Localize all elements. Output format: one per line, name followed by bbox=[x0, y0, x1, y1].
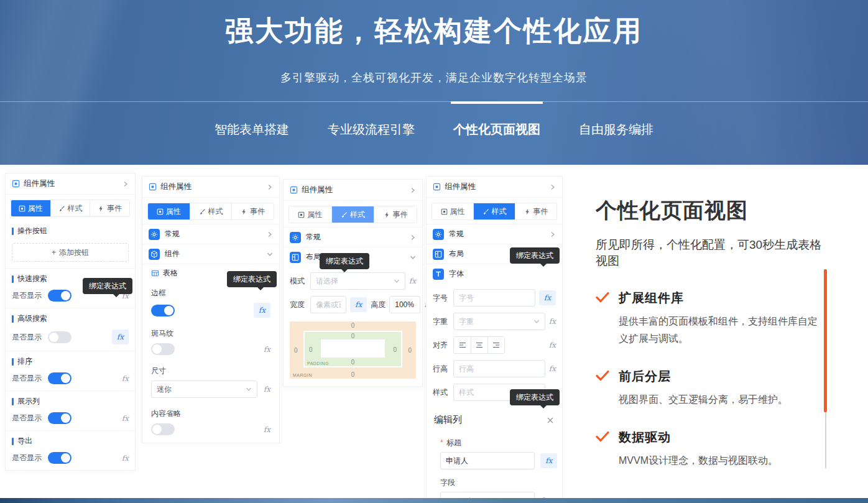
fx-button-active[interactable]: fx bbox=[540, 453, 557, 468]
toggle-off[interactable] bbox=[151, 423, 175, 435]
component-icon bbox=[433, 183, 441, 191]
feature-item: 数据驱动 MVVM设计理念，数据与视图联动。 bbox=[596, 429, 827, 469]
field-label-ellipsis: 内容省略 bbox=[142, 403, 279, 420]
fx-button[interactable]: fx bbox=[549, 317, 556, 326]
fx-button[interactable]: fx bbox=[122, 454, 129, 463]
toggle-on[interactable] bbox=[48, 372, 72, 384]
bind-expression-tooltip: 绑定表达式 bbox=[83, 278, 132, 294]
chevron-right-icon[interactable] bbox=[267, 184, 273, 190]
tab-event[interactable]: 事件 bbox=[90, 200, 129, 216]
fx-button-active[interactable]: fx bbox=[350, 297, 367, 312]
tab-event[interactable]: 事件 bbox=[515, 203, 556, 219]
fx-button-active[interactable]: fx bbox=[539, 290, 556, 305]
fx-button[interactable]: fx bbox=[264, 345, 270, 354]
edit-column-form: * 标题 fx 字段 fx bbox=[427, 431, 562, 503]
align-right-button[interactable] bbox=[487, 337, 504, 353]
group-general[interactable]: 常规 bbox=[142, 224, 279, 244]
fx-button[interactable]: fx bbox=[409, 277, 416, 285]
tab-page-view[interactable]: 个性化页面视图 bbox=[452, 116, 542, 143]
toggle-row: fx bbox=[142, 300, 279, 323]
chevron-right-icon[interactable] bbox=[550, 184, 556, 190]
font-size-input[interactable] bbox=[453, 289, 535, 307]
section-title: 高级搜索 bbox=[6, 308, 135, 326]
tab-style[interactable]: 样式 bbox=[50, 200, 90, 216]
close-icon[interactable] bbox=[546, 416, 555, 425]
gear-icon bbox=[433, 229, 444, 240]
fx-button-active[interactable]: fx bbox=[112, 330, 129, 344]
tab-properties[interactable]: 属性 bbox=[289, 206, 331, 223]
tab-event[interactable]: 事件 bbox=[231, 203, 274, 219]
bind-expression-tooltip: 绑定表达式 bbox=[227, 271, 277, 287]
tab-style[interactable]: 样式 bbox=[473, 203, 515, 219]
tab-style[interactable]: 样式 bbox=[331, 206, 374, 223]
property-panel-table: 组件属性 属性 样式 事件 常规 组件 bbox=[142, 176, 280, 443]
chevron-down-icon bbox=[410, 254, 416, 261]
properties-icon bbox=[157, 208, 164, 215]
chevron-right-icon[interactable] bbox=[122, 181, 129, 187]
tab-properties[interactable]: 属性 bbox=[11, 200, 50, 216]
tab-service-orchestration[interactable]: 自由服务编排 bbox=[578, 116, 655, 143]
page-subtitle: 多引擎驱动，全栈可视化开发，满足企业数字化转型全场景 bbox=[0, 70, 868, 85]
font-weight-select[interactable]: 字重 bbox=[453, 313, 545, 330]
align-center-button[interactable] bbox=[471, 337, 487, 353]
group-general[interactable]: 常规 bbox=[284, 227, 422, 247]
title-input[interactable] bbox=[440, 452, 535, 469]
chevron-down-icon bbox=[533, 318, 540, 325]
fx-button[interactable]: fx bbox=[122, 414, 129, 423]
tab-event[interactable]: 事件 bbox=[374, 206, 417, 223]
panel-title: 组件属性 bbox=[445, 182, 476, 192]
size-select[interactable]: 迷你 bbox=[151, 381, 257, 398]
align-button-group bbox=[453, 336, 505, 354]
page: 强大功能，轻松构建个性化应用 多引擎驱动，全栈可视化开发，满足企业数字化转型全场… bbox=[0, 0, 868, 503]
check-icon bbox=[596, 290, 609, 348]
table-icon bbox=[151, 269, 159, 277]
properties-icon bbox=[19, 205, 25, 212]
chevron-right-icon[interactable] bbox=[410, 187, 416, 193]
bind-expression-tooltip: 绑定表达式 bbox=[510, 389, 560, 405]
title-field-label: * 标题 bbox=[440, 432, 555, 452]
tab-style[interactable]: 样式 bbox=[190, 203, 232, 219]
fx-button[interactable]: fx bbox=[549, 364, 556, 373]
toggle-on[interactable] bbox=[48, 412, 72, 424]
chevron-right-icon bbox=[267, 231, 273, 238]
panel-tab-group: 属性 样式 事件 bbox=[147, 203, 274, 220]
toggle-row: 是否显示 fx bbox=[6, 369, 135, 390]
page-title: 强大功能，轻松构建个性化应用 bbox=[0, 0, 868, 50]
padding-label: PADDING bbox=[307, 361, 329, 366]
hero-banner: 强大功能，轻松构建个性化应用 多引擎驱动，全栈可视化开发，满足企业数字化转型全场… bbox=[0, 0, 868, 165]
add-button[interactable]: + 添加按钮 bbox=[12, 243, 129, 262]
toggle-off[interactable] bbox=[151, 343, 175, 355]
section-display-columns: 展示列 是否显示 fx bbox=[6, 390, 135, 430]
tab-smart-form[interactable]: 智能表单搭建 bbox=[213, 116, 290, 143]
toggle-off[interactable] bbox=[48, 331, 72, 343]
fx-button[interactable]: fx bbox=[264, 385, 270, 394]
line-height-input[interactable] bbox=[453, 360, 545, 377]
tab-properties[interactable]: 属性 bbox=[432, 203, 473, 219]
group-general[interactable]: 常规 bbox=[427, 224, 562, 244]
height-input[interactable] bbox=[389, 296, 420, 313]
fx-button[interactable]: fx bbox=[264, 425, 270, 434]
tab-process-engine[interactable]: 专业级流程引擎 bbox=[326, 116, 416, 143]
property-panel-style: 组件属性 属性 样式 事件 常规 布局 bbox=[283, 179, 423, 387]
fx-button[interactable]: fx bbox=[549, 341, 556, 349]
panel-header: 组件属性 bbox=[284, 180, 422, 201]
margin-label: MARGIN bbox=[293, 373, 312, 377]
component-icon bbox=[12, 180, 20, 188]
field-key-label: 字段 bbox=[440, 472, 555, 492]
align-left-button[interactable] bbox=[454, 337, 471, 353]
toggle-on[interactable] bbox=[151, 305, 175, 316]
group-component[interactable]: 组件 bbox=[142, 244, 279, 264]
lightning-icon bbox=[524, 208, 531, 215]
mode-select[interactable]: 请选择 bbox=[310, 272, 405, 290]
section-sort: 排序 是否显示 fx bbox=[6, 351, 135, 390]
tab-properties[interactable]: 属性 bbox=[148, 203, 190, 219]
bind-expression-tooltip: 绑定表达式 bbox=[510, 247, 560, 264]
fx-button-active[interactable]: fx bbox=[254, 303, 270, 318]
section-export: 导出 是否显示 fx bbox=[6, 430, 135, 470]
font-icon bbox=[433, 269, 444, 280]
width-input[interactable] bbox=[310, 296, 346, 313]
scrollbar-thumb[interactable] bbox=[824, 269, 827, 412]
fx-button[interactable]: fx bbox=[122, 374, 129, 383]
toggle-on[interactable] bbox=[48, 452, 72, 464]
toggle-on[interactable] bbox=[48, 290, 72, 302]
